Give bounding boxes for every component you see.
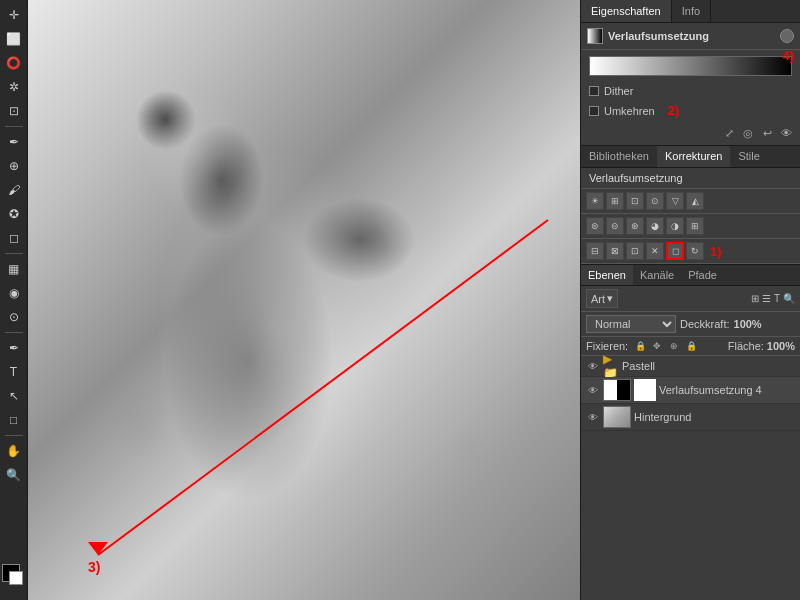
tool-eraser[interactable]: ◻ xyxy=(3,227,25,249)
tool-type[interactable]: T xyxy=(3,361,25,383)
properties-tabs: Eigenschaften Info xyxy=(581,0,800,23)
tool-marquee[interactable]: ⬜ xyxy=(3,28,25,50)
korr-misc-icon[interactable]: ↻ xyxy=(686,242,704,260)
tab-kanaele[interactable]: Kanäle xyxy=(633,265,681,285)
annotation-1-label: 1) xyxy=(710,244,722,259)
action-eye-icon[interactable]: ◎ xyxy=(740,125,756,141)
verlauf-name: Verlaufsumsetzung 4 xyxy=(659,384,795,396)
background-color[interactable] xyxy=(9,571,23,585)
tool-eyedropper[interactable]: ✒ xyxy=(3,131,25,153)
layers-tabs: Ebenen Kanäle Pfade xyxy=(581,265,800,286)
blend-mode-row: Normal Multiplizieren Abblenden Deckkraf… xyxy=(581,312,800,337)
tool-clone[interactable]: ✪ xyxy=(3,203,25,225)
korr-active-icon[interactable]: ◻ xyxy=(666,242,684,260)
fix-icon-2[interactable]: ✥ xyxy=(650,339,664,353)
layer-hintergrund[interactable]: 👁 Hintergrund xyxy=(581,404,800,431)
fix-icon-3[interactable]: ⊕ xyxy=(667,339,681,353)
dither-checkbox[interactable] xyxy=(589,86,599,96)
dither-row: Dither xyxy=(581,82,800,100)
separator-4 xyxy=(5,435,23,436)
left-toolbar: ✛ ⬜ ⭕ ✲ ⊡ ✒ ⊕ 🖌 ✪ ◻ ▦ ◉ ⊙ ✒ T ↖ □ ✋ 🔍 xyxy=(0,0,28,600)
umkehren-checkbox[interactable] xyxy=(589,106,599,116)
korr-colorlookup-icon[interactable]: ◑ xyxy=(666,217,684,235)
umkehren-label: Umkehren xyxy=(604,105,655,117)
pastell-vis-icon[interactable]: 👁 xyxy=(586,359,600,373)
korr-posterize-icon[interactable]: ⊟ xyxy=(586,242,604,260)
korr-bw-icon[interactable]: ⊝ xyxy=(606,217,624,235)
tool-blur[interactable]: ◉ xyxy=(3,282,25,304)
action-visibility-icon[interactable]: 👁 xyxy=(778,125,794,141)
action-expand-icon[interactable]: ⤢ xyxy=(721,125,737,141)
tool-path-select[interactable]: ↖ xyxy=(3,385,25,407)
separator-3 xyxy=(5,332,23,333)
tool-dodge[interactable]: ⊙ xyxy=(3,306,25,328)
tool-move[interactable]: ✛ xyxy=(3,4,25,26)
korr-mixchan-icon[interactable]: ◕ xyxy=(646,217,664,235)
properties-header: Verlaufsumsetzung xyxy=(581,23,800,50)
pastell-folder-icon: ▶ 📁 xyxy=(603,359,619,373)
korr-invert-icon[interactable]: ⊞ xyxy=(686,217,704,235)
tool-hand[interactable]: ✋ xyxy=(3,440,25,462)
layer-group-pastell[interactable]: 👁 ▶ 📁 Pastell xyxy=(581,356,800,377)
visibility-toggle[interactable] xyxy=(780,29,794,43)
layer-verlaufsumsetzung-4[interactable]: 👁 Verlaufsumsetzung 4 xyxy=(581,377,800,404)
action-undo-icon[interactable]: ↩ xyxy=(759,125,775,141)
fixieren-label: Fixieren: xyxy=(586,340,628,352)
korrekturen-tabs: Bibliotheken Korrekturen Stile xyxy=(581,146,800,168)
tab-bibliotheken[interactable]: Bibliotheken xyxy=(581,146,657,167)
flaeche-value: 100% xyxy=(767,340,795,352)
korr-husat-icon[interactable]: ◭ xyxy=(686,192,704,210)
tab-stile[interactable]: Stile xyxy=(730,146,767,167)
korr-colorbal-icon[interactable]: ⊜ xyxy=(586,217,604,235)
korr-vibrance-icon[interactable]: ▽ xyxy=(666,192,684,210)
tool-pen[interactable]: ✒ xyxy=(3,337,25,359)
korr-levels-icon[interactable]: ⊡ xyxy=(626,192,644,210)
verlauf-vis-icon[interactable]: 👁 xyxy=(586,383,600,397)
korr-photofilter-icon[interactable]: ⊛ xyxy=(626,217,644,235)
layer-icon-type[interactable]: T xyxy=(774,293,780,304)
art-dropdown[interactable]: Art ▾ xyxy=(586,289,618,308)
tab-korrekturen[interactable]: Korrekturen xyxy=(657,146,730,167)
tab-pfade[interactable]: Pfade xyxy=(681,265,724,285)
tab-info[interactable]: Info xyxy=(672,0,711,22)
hintergrund-vis-icon[interactable]: 👁 xyxy=(586,410,600,424)
layer-icon-2[interactable]: ☰ xyxy=(762,293,771,304)
pastell-name: Pastell xyxy=(622,360,795,372)
korrekturen-icons-row-1: ☀ ⊞ ⊡ ⊙ ▽ ◭ xyxy=(581,189,800,214)
gradient-bar[interactable] xyxy=(589,56,792,76)
properties-panel: Eigenschaften Info Verlaufsumsetzung 4) … xyxy=(581,0,800,146)
dither-label: Dither xyxy=(604,85,633,97)
korrekturen-icons-row-2: ⊜ ⊝ ⊛ ◕ ◑ ⊞ xyxy=(581,214,800,239)
tool-magic-wand[interactable]: ✲ xyxy=(3,76,25,98)
korr-selectcolor-icon[interactable]: ⊡ xyxy=(626,242,644,260)
tool-brush[interactable]: 🖌 xyxy=(3,179,25,201)
korr-brightness-icon[interactable]: ☀ xyxy=(586,192,604,210)
flaeche-label: Fläche: xyxy=(728,340,764,352)
fg-bg-colors[interactable] xyxy=(2,564,26,592)
layer-icon-1[interactable]: ⊞ xyxy=(751,293,759,304)
verlauf-thumb xyxy=(603,379,631,401)
tool-crop[interactable]: ⊡ xyxy=(3,100,25,122)
tool-lasso[interactable]: ⭕ xyxy=(3,52,25,74)
korr-gradient-map-icon[interactable]: ✕ xyxy=(646,242,664,260)
korr-threshold-icon[interactable]: ⊠ xyxy=(606,242,624,260)
layers-toolbar: Art ▾ ⊞ ☰ T 🔍 xyxy=(581,286,800,312)
verlauf-mask xyxy=(634,379,656,401)
hintergrund-name: Hintergrund xyxy=(634,411,795,423)
korr-exposure-icon[interactable]: ⊙ xyxy=(646,192,664,210)
fix-icon-4[interactable]: 🔒 xyxy=(684,339,698,353)
tool-zoom[interactable]: 🔍 xyxy=(3,464,25,486)
opacity-label: Deckkraft: xyxy=(680,318,730,330)
tool-gradient[interactable]: ▦ xyxy=(3,258,25,280)
blend-mode-select[interactable]: Normal Multiplizieren Abblenden xyxy=(586,315,676,333)
annotation-2-label: 2) xyxy=(668,103,680,118)
korr-curves-icon[interactable]: ⊞ xyxy=(606,192,624,210)
tab-ebenen[interactable]: Ebenen xyxy=(581,265,633,285)
layer-icon-search[interactable]: 🔍 xyxy=(783,293,795,304)
canvas-image: 3) xyxy=(28,0,580,600)
tab-eigenschaften[interactable]: Eigenschaften xyxy=(581,0,672,22)
fix-icon-1[interactable]: 🔒 xyxy=(633,339,647,353)
separator-1 xyxy=(5,126,23,127)
tool-shape[interactable]: □ xyxy=(3,409,25,431)
tool-healing[interactable]: ⊕ xyxy=(3,155,25,177)
